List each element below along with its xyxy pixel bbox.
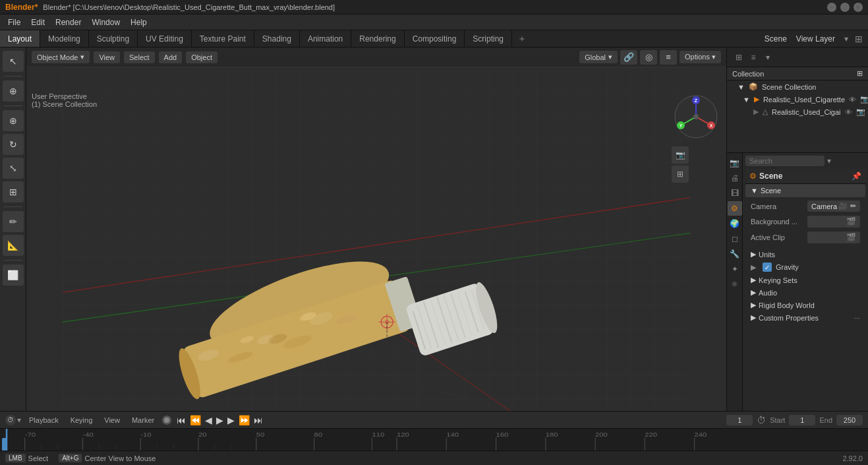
tab-rendering[interactable]: Rendering [351,30,404,47]
add-object-tool[interactable]: ⬜ [3,264,24,286]
select-tool[interactable]: ↖ [3,51,24,72]
header-icon-1[interactable]: ⊞ [732,51,745,64]
step-back-button[interactable]: ◀ [204,415,214,425]
header-icon-2[interactable]: ≡ [747,51,760,64]
tab-layout[interactable]: Layout [0,30,40,47]
record-button[interactable] [162,416,171,425]
tab-sculpting[interactable]: Sculpting [89,30,138,47]
prop-icon-scene[interactable]: ⚙ [728,201,742,216]
select-menu[interactable]: Select [124,51,155,63]
prop-icon-physics[interactable]: ⚛ [728,277,742,292]
keying-sets-collapsible[interactable]: ▶ Keying Sets [745,274,865,286]
filter-icon[interactable]: ⊞ [855,34,863,44]
options-dropdown[interactable]: Options ▾ [680,51,721,63]
camera-pick-icon[interactable]: 🎥 [838,202,848,210]
transform-orientation[interactable]: Global ▾ [579,51,618,63]
jump-start-button[interactable]: ⏮ [175,415,187,425]
jump-end-button[interactable]: ⏭ [252,415,264,425]
outliner-item-2[interactable]: ▶ △ Realistic_Used_Cigai 👁 📷 [727,106,868,118]
menu-edit[interactable]: Edit [26,16,50,28]
view-menu-timeline[interactable]: View [100,415,124,425]
props-filter-icon[interactable]: ▾ [827,156,831,166]
active-clip-icon[interactable]: 🎬 [846,233,856,242]
outliner-filter-icon[interactable]: ⊞ [857,69,863,78]
add-menu[interactable]: Add [159,51,183,63]
prop-icon-world[interactable]: 🌍 [728,216,742,231]
play-button[interactable]: ▶ [215,415,225,425]
minimize-button[interactable]: ─ [827,3,836,12]
current-frame-input[interactable] [726,415,753,425]
units-collapsible[interactable]: ▶ Units [745,248,865,261]
prop-icon-object[interactable]: ◻ [728,232,742,246]
view-layer-dropdown[interactable]: View Layer [796,34,835,44]
menu-help[interactable]: Help [125,16,152,28]
outliner-item-1[interactable]: ▼ ▶ Realistic_Used_Cigarette 👁 📷 [727,93,868,106]
tab-compositing[interactable]: Compositing [405,30,465,47]
visibility-icon[interactable]: 👁 [849,96,856,104]
props-search-input[interactable] [745,156,825,166]
camera-value[interactable]: Camera 🎥 ✏ [807,201,860,212]
timer-icon[interactable]: ⏱ [757,415,766,425]
gravity-checkbox[interactable]: ✓ [763,263,772,272]
camera-edit-icon[interactable]: ✏ [850,202,856,210]
playback-menu[interactable]: Playback [25,415,63,425]
viewport-canvas[interactable]: User Perspective (1) Scene Collection Z [26,67,726,411]
tab-texture-paint[interactable]: Texture Paint [192,30,254,47]
start-frame-input[interactable] [789,415,815,425]
background-value[interactable]: 🎬 [807,216,860,228]
camera-view-button[interactable]: 📷 [672,146,689,164]
keying-menu[interactable]: Keying [67,415,97,425]
proportional-edit[interactable]: ◎ [640,50,657,65]
navigation-gizmo[interactable]: Z X Y [672,92,721,142]
orthographic-button[interactable]: ⊞ [672,166,689,183]
prop-icon-output[interactable]: 🖨 [728,171,742,185]
background-pick-icon[interactable]: 🎬 [846,217,856,226]
step-forward-button[interactable]: ▶ [226,415,236,425]
marker-menu[interactable]: Marker [128,415,158,425]
options-button[interactable]: ≡ [660,50,677,65]
audio-collapsible[interactable]: ▶ Audio [745,286,865,299]
tab-modeling[interactable]: Modeling [40,30,89,47]
move-tool[interactable]: ⊕ [3,110,24,131]
rotate-tool[interactable]: ↻ [3,134,24,155]
menu-render[interactable]: Render [50,16,86,28]
end-frame-input[interactable] [836,415,863,425]
timeline-type-arrow[interactable]: ▾ [17,416,21,425]
pin-icon[interactable]: 📌 [852,171,861,181]
tab-shading[interactable]: Shading [254,30,300,47]
view-menu[interactable]: View [94,51,120,63]
menu-file[interactable]: File [3,16,26,28]
menu-window[interactable]: Window [86,16,125,28]
tab-animation[interactable]: Animation [300,30,351,47]
tab-scripting[interactable]: Scripting [465,30,512,47]
custom-props-collapsible[interactable]: ▶ Custom Properties ··· [745,311,865,324]
measure-tool[interactable]: 📐 [3,235,24,256]
close-button[interactable]: ✕ [854,3,863,12]
object-mode-dropdown[interactable]: Object Mode ▾ [32,51,90,63]
scale-tool[interactable]: ⤡ [3,158,24,179]
viewport[interactable]: Object Mode ▾ View Select Add Object Glo… [26,47,726,411]
object-menu[interactable]: Object [186,51,217,63]
outliner-scene-collection[interactable]: ▼ 📦 Scene Collection [727,80,868,93]
render-icon-2[interactable]: 📷 [856,108,865,116]
cursor-tool[interactable]: ⊕ [3,80,24,102]
visibility-icon-2[interactable]: 👁 [845,108,852,116]
scene-dropdown[interactable]: Scene [765,34,787,44]
maximize-button[interactable]: □ [840,3,850,12]
prop-icon-modifier[interactable]: 🔧 [728,247,742,261]
prop-icon-particles[interactable]: ✦ [728,262,742,276]
add-tab-button[interactable]: ＋ [512,30,532,47]
prev-keyframe-button[interactable]: ⏪ [188,415,202,425]
header-icon-3[interactable]: ▾ [761,51,774,64]
prop-icon-render[interactable]: 📷 [728,156,742,170]
rigid-body-collapsible[interactable]: ▶ Rigid Body World [745,299,865,311]
active-clip-value[interactable]: 🎬 [807,232,860,243]
scene-section-header[interactable]: ▼ Scene [745,184,865,197]
render-icon[interactable]: 📷 [860,95,868,104]
tab-uv-editing[interactable]: UV Editing [138,30,192,47]
transform-tool[interactable]: ⊞ [3,181,24,202]
annotate-tool[interactable]: ✏ [3,211,24,232]
timeline-ruler[interactable]: -70 -40 -10 20 50 80 110 120 140 160 180… [0,429,868,450]
snap-toggle[interactable]: 🔗 [620,50,637,65]
timeline-type-icon[interactable]: ⏱ [5,415,16,425]
